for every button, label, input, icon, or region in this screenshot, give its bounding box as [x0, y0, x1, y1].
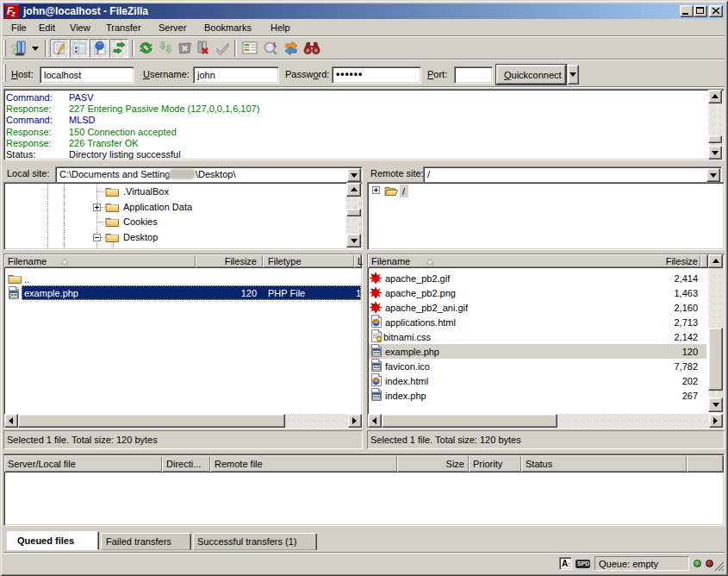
svg-text:z: z [10, 9, 16, 18]
